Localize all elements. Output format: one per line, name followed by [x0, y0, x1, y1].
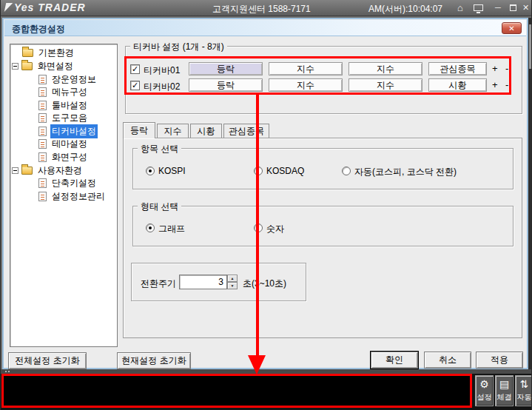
- tickerbar02-slot3-button[interactable]: 지수: [349, 78, 422, 92]
- field-label: 전: [286, 391, 294, 402]
- tickerbar01-slot1-button[interactable]: 등락: [189, 62, 263, 75]
- tickerbar01-slot4-button[interactable]: 관심종목: [428, 62, 487, 75]
- radio-number[interactable]: [254, 224, 263, 232]
- tab-updown[interactable]: 등락: [123, 122, 155, 138]
- folder-icon: [22, 49, 33, 57]
- ticker-market-label: KP 종합: [5, 376, 50, 389]
- home-icon[interactable]: ⌂: [457, 2, 463, 13]
- order-button[interactable]: 주문: [441, 391, 460, 403]
- tickerbar01-label: 티커바01: [144, 64, 180, 77]
- tickerbar01-checkbox[interactable]: ✓: [130, 64, 140, 74]
- bar-unchanged: [76, 377, 81, 387]
- tree-item-hotkey-settings[interactable]: 단축키설정: [38, 177, 98, 189]
- auto-side-button[interactable]: ⇅ 자동: [515, 375, 532, 406]
- grip-dot: [8, 371, 10, 372]
- tickerbar02-remove-button[interactable]: -: [505, 79, 508, 90]
- tickerbar01-remove-button[interactable]: -: [505, 63, 508, 74]
- change-value: ▼ 1,5: [434, 378, 455, 387]
- logo-flag-icon: [4, 3, 13, 12]
- tickerbar02-add-button[interactable]: +: [492, 79, 498, 90]
- bar-decliners: [85, 391, 121, 401]
- auto-cycle-icon: ⇅: [520, 376, 529, 392]
- field-value: 184,141: [303, 392, 333, 401]
- settings-side-button[interactable]: ⚙ 설정: [475, 375, 494, 406]
- tickerbar02-slot4-button[interactable]: 시황: [428, 78, 487, 92]
- tree-item-tools[interactable]: 도구모음: [38, 112, 89, 124]
- price-value: 1,888.08: [171, 378, 203, 387]
- reset-current-button[interactable]: 현재설정 초기화: [117, 352, 191, 369]
- dropdown-arrow-icon[interactable]: ▼: [461, 377, 470, 388]
- radio-graph[interactable]: [146, 224, 155, 232]
- tree-item-basic-env[interactable]: 기본환경: [22, 47, 75, 59]
- document-icon: [38, 152, 47, 162]
- window-right-edge: [528, 18, 532, 369]
- tree-item-user-env[interactable]: 사용자환경: [12, 164, 84, 177]
- tree-item-settings-info[interactable]: 설정정보관리: [38, 190, 107, 203]
- radio-auto[interactable]: [342, 167, 351, 175]
- group-title: 항목 선택: [138, 143, 181, 155]
- ok-button[interactable]: 확인: [371, 352, 418, 369]
- ticker-market-label: KP 종합: [124, 376, 168, 389]
- tree-item-menu-config[interactable]: 메뉴구성: [38, 86, 89, 98]
- document-icon: [38, 87, 47, 97]
- maximize-button[interactable]: [510, 4, 516, 11]
- radio-kospi[interactable]: [146, 167, 155, 175]
- tickerbar01-add-button[interactable]: +: [492, 63, 498, 74]
- dialog-close-button[interactable]: ✕: [502, 22, 522, 34]
- collapse-icon[interactable]: [12, 167, 18, 174]
- price-value: 79,900: [403, 378, 428, 387]
- tab-index[interactable]: 지수: [157, 124, 189, 138]
- close-button[interactable]: ✕: [522, 3, 529, 13]
- ticker-quote: 476.84 ▲ 1.58: [283, 376, 353, 389]
- collapse-icon[interactable]: [12, 63, 18, 70]
- document-icon: [38, 113, 47, 123]
- radio-number-label: 숫자: [266, 223, 284, 235]
- folder-icon: [21, 62, 33, 70]
- tickerbar02-slot2-button[interactable]: 지수: [269, 78, 343, 92]
- bar-advancers: [53, 377, 76, 387]
- radio-kosdaq-label: KOSDAQ: [266, 166, 304, 176]
- tab-content-panel: 항목 선택 KOSPI KOSDAQ 자동(코스피, 코스닥 전환) 형태 선택…: [123, 138, 522, 338]
- dialog-title: 종합환경설정: [12, 23, 65, 36]
- window-titlebar: Yes TRADER 고객지원센터 1588-7171 AM(서버):10:04…: [1, 0, 532, 16]
- tab-watchlist[interactable]: 관심종목: [223, 124, 269, 138]
- gear-icon: ⚙: [479, 376, 489, 392]
- ticker-quote: 1,888.08 ▼ 3.6: [169, 376, 235, 389]
- tickerbar02-slot1-button[interactable]: 등락: [189, 78, 263, 92]
- group-title: 티커바 설정 (1개 - 8개): [130, 41, 227, 53]
- price-value: 476.84: [286, 378, 311, 387]
- execution-side-button[interactable]: ▤ 체결: [495, 375, 514, 406]
- ticker-symbol-label: KT&G: [354, 376, 400, 389]
- tickerbar01-slot3-button[interactable]: 지수: [349, 62, 422, 75]
- monitor-icon[interactable]: [474, 4, 483, 11]
- tree-item-toolbar-settings[interactable]: 툴바설정: [38, 99, 89, 112]
- cycle-value-input[interactable]: 3: [179, 275, 227, 289]
- tree-item-theme-settings[interactable]: 테마설정: [38, 138, 89, 150]
- tree-item-screen-layout[interactable]: 화면구성: [38, 151, 89, 164]
- document-icon: [38, 75, 47, 84]
- folder-icon: [21, 167, 33, 175]
- reset-all-button[interactable]: 전체설정 초기화: [8, 352, 87, 369]
- scrollbar-thumb[interactable]: [529, 24, 532, 69]
- tree-item-tickerbar-settings[interactable]: 티커바설정: [38, 125, 98, 138]
- support-center-text: 고객지원센터 1588-7171: [212, 3, 311, 16]
- document-icon: [38, 101, 47, 110]
- settings-dialog: 종합환경설정 ✕ 기본환경 화면설정 장운영정보 메뉴구성: [2, 18, 528, 369]
- tab-market-status[interactable]: 시황: [190, 124, 222, 138]
- apply-button[interactable]: 적용: [476, 352, 523, 369]
- minimize-button[interactable]: ─: [495, 3, 501, 12]
- radio-kosdaq[interactable]: [254, 167, 263, 175]
- dropdown-arrow-icon[interactable]: ▼: [461, 391, 470, 402]
- tree-item-screen-settings[interactable]: 화면설정: [12, 60, 75, 73]
- spin-down-button[interactable]: ▼: [227, 282, 238, 289]
- tickerbar01-slot2-button[interactable]: 지수: [269, 62, 343, 75]
- tree-item-market-info[interactable]: 장운영정보: [38, 73, 98, 86]
- cycle-box: 전환주기 3 ▲ ▼ 초(3~10초): [131, 263, 306, 301]
- radio-graph-label: 그래프: [158, 223, 185, 235]
- market-depth-bar: [53, 377, 121, 388]
- tickerbar02-checkbox[interactable]: ✓: [130, 81, 140, 90]
- spin-up-button[interactable]: ▲: [227, 275, 238, 282]
- field-label: 차: [343, 391, 351, 402]
- cancel-button[interactable]: 취소: [424, 352, 471, 369]
- settings-tree: 기본환경 화면설정 장운영정보 메뉴구성 툴바설정 도구모음: [10, 44, 118, 347]
